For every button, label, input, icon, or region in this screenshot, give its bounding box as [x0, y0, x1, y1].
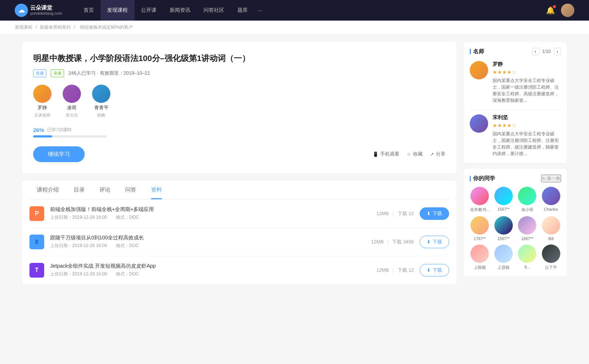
favorite-label: 收藏: [413, 151, 423, 157]
resource-size-3: 12MB: [377, 267, 389, 273]
resource-icon-p: P: [29, 206, 44, 221]
download-button-1[interactable]: ⬇ 下载: [420, 207, 449, 220]
sidebar-teacher-name-songlijian: 宋利坚: [493, 114, 561, 121]
classmate-avatar-4: [542, 187, 560, 205]
nav-qa[interactable]: 问答社区: [197, 0, 231, 21]
resource-meta-3: 上传日期：2019-12-28 16:00 格式：DOC: [50, 271, 371, 277]
refresh-label: 换一换: [547, 175, 560, 182]
tab-intro[interactable]: 课程介绍: [29, 181, 66, 199]
download-icon-3: ⬇: [427, 267, 431, 273]
nav-public[interactable]: 公开课: [134, 0, 163, 21]
nav-quiz[interactable]: 题库: [231, 0, 254, 21]
progress-label: 26% 已学习0课时: [33, 127, 445, 133]
resource-info-2: 跟随千万级项目从0到100全过程高效成长 上传日期：2019-12-28 16:…: [50, 235, 365, 249]
teacher-name-luojing: 罗静: [38, 104, 47, 111]
teacher-card-luojing: 罗静 ★★★★☆ 国内某重点大学安全工程专业硕士，国家一级注册消防工程师、注册安…: [470, 61, 561, 104]
logo[interactable]: ☁ 云朵课堂 yundoketang.com: [15, 4, 62, 17]
tab-reviews[interactable]: 评论: [92, 181, 118, 199]
classmate-name-5: 1767**: [474, 236, 486, 241]
teacher-qingping: 青青平 助教: [92, 85, 110, 118]
tabs-container: 课程介绍 目录 评论 问答 资料: [22, 181, 456, 200]
sidebar-teacher-info-luojing: 罗静 ★★★★☆ 国内某重点大学安全工程专业硕士，国家一级注册消防工程师、注册安…: [493, 61, 561, 104]
classmate-name-1: 化学教书...: [470, 207, 490, 213]
action-right: 📱 手机观看 ☆ 收藏 ↗ 分享: [373, 151, 445, 157]
tab-resources[interactable]: 资料: [144, 181, 169, 199]
classmate-avatar-6: [494, 216, 513, 235]
resource-size-1: 12MB: [377, 211, 389, 216]
teacher-stars-songlijian: ★★★★☆: [493, 122, 561, 128]
classmate-avatar-3: [518, 187, 536, 205]
main-container: 明星中教授课，小学阶段语法100分–强化级第1讲动词（一） 直播 录播 246人…: [7, 35, 582, 292]
favorite-button[interactable]: ☆ 收藏: [407, 151, 423, 157]
action-row: 继续学习 📱 手机观看 ☆ 收藏 ↗ 分享: [33, 146, 445, 162]
download-button-3[interactable]: ⬇ 下载: [420, 264, 449, 276]
tab-qa[interactable]: 问答: [118, 181, 144, 199]
share-icon: ↗: [430, 151, 434, 157]
nav-more[interactable]: ···: [254, 0, 266, 21]
classmate-name-12: 云了平: [545, 265, 557, 270]
user-avatar[interactable]: [561, 4, 574, 17]
download-icon-1: ⬇: [427, 211, 431, 216]
bell-icon[interactable]: 🔔: [546, 6, 555, 15]
tab-catalog[interactable]: 目录: [66, 181, 92, 199]
download-label-1: 下载: [433, 210, 442, 217]
resource-meta-1: 上传日期：2019-12-28 16:00 格式：DOC: [50, 214, 371, 221]
classmate-name-6: 1567**: [497, 236, 509, 241]
teachers-title: 名师: [470, 48, 484, 55]
continue-button[interactable]: 继续学习: [33, 146, 85, 162]
refresh-classmates-button[interactable]: ↻ 换一换: [541, 175, 561, 182]
download-label-2: 下载: [433, 239, 442, 245]
resource-icon-t: T: [29, 263, 44, 278]
share-label: 分享: [436, 151, 445, 157]
classmate-name-11: S...: [524, 265, 530, 269]
main-nav: 首页 发现课程 公开课 新闻资讯 问答社区 题库 ···: [77, 0, 546, 21]
resource-stats-2: 12MB | 下载 3456: [371, 239, 414, 245]
teacher-avatar-luojing: [33, 85, 52, 103]
teacher-avatar-img-luojing: [33, 85, 52, 103]
classmate-7: 1867**: [517, 216, 537, 241]
page-info: 1/10: [542, 49, 551, 54]
breadcrumb-sep2: /: [74, 25, 76, 30]
download-button-2[interactable]: ⬇ 下载: [420, 236, 449, 248]
teacher-stars-luojing: ★★★★☆: [493, 69, 561, 75]
breadcrumb-link-discover[interactable]: 发现课程: [15, 25, 32, 30]
classmate-name-4: Charles: [544, 207, 558, 211]
resource-name-2: 跟随千万级项目从0到100全过程高效成长: [50, 235, 365, 241]
teacher-linghe: 凌荷 班主任: [63, 85, 81, 118]
logo-sub: yundoketang.com: [30, 11, 62, 16]
next-page-button[interactable]: ›: [554, 48, 561, 55]
sidebar-right: 名师 ‹ 1/10 › 罗静 ★★★★☆ 国内某重点大学安全工程专业硕士，国家一…: [464, 42, 567, 284]
course-title: 明星中教授课，小学阶段语法100分–强化级第1讲动词（一）: [33, 53, 445, 64]
classmate-name-2: 1567**: [497, 207, 509, 211]
classmate-name-9: 上陈能: [474, 265, 486, 270]
teacher-desc-songlijian: 国内某重点大学安全工程专业硕士，国家注册消防工程师、注册安全工程师、级注册建造师…: [493, 131, 561, 157]
nav-discover[interactable]: 发现课程: [100, 0, 134, 21]
progress-section: 26% 已学习0课时: [33, 127, 445, 138]
share-button[interactable]: ↗ 分享: [430, 151, 445, 157]
mobile-view-button[interactable]: 📱 手机观看: [373, 151, 399, 157]
classmates-card: 你的同学 ↻ 换一换 化学教书... 1567** 张小田: [464, 169, 567, 276]
teachers-pagination: ‹ 1/10 ›: [532, 48, 561, 55]
nav-home[interactable]: 首页: [77, 0, 100, 21]
course-card: 明星中教授课，小学阶段语法100分–强化级第1讲动词（一） 直播 录播 246人…: [22, 42, 456, 173]
progress-bar-fill: [33, 135, 52, 138]
teacher-divider: [470, 110, 561, 110]
prev-page-button[interactable]: ‹: [532, 48, 539, 55]
resource-icon-person: 👤: [29, 235, 44, 249]
breadcrumb-sep1: /: [35, 25, 38, 30]
breadcrumb-link-series[interactable]: 新媒体营销系列: [40, 25, 71, 30]
teacher-role-linghe: 班主任: [66, 113, 78, 118]
classmate-name-3: 张小田: [521, 207, 533, 213]
classmate-6: 1567**: [494, 216, 514, 241]
classmate-avatar-9: [470, 245, 489, 263]
nav-news[interactable]: 新闻资讯: [163, 0, 197, 21]
classmate-3: 张小田: [517, 187, 537, 213]
classmate-avatar-1: [470, 187, 489, 205]
progress-sublabel: 已学习0课时: [47, 127, 72, 133]
classmate-name-8: Bill: [548, 236, 554, 241]
resource-name-1: 前端全栈加强版！前端全栈+全周期+多端应用: [50, 206, 371, 213]
classmate-9: 上陈能: [470, 245, 490, 270]
progress-bar-background: [33, 135, 107, 138]
content-left: 明星中教授课，小学阶段语法100分–强化级第1讲动词（一） 直播 录播 246人…: [22, 42, 456, 284]
resource-item: P 前端全栈加强版！前端全栈+全周期+多端应用 上传日期：2019-12-28 …: [29, 200, 449, 228]
